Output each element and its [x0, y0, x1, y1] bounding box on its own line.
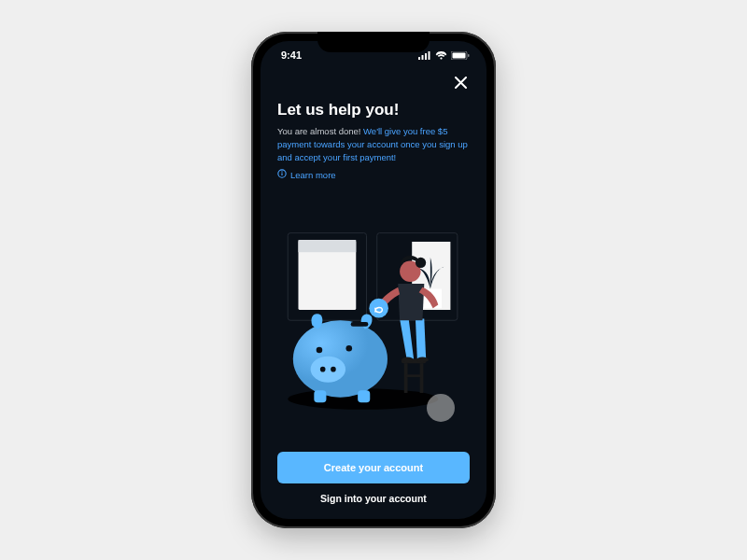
- svg-rect-30: [358, 390, 370, 402]
- svg-rect-20: [406, 375, 422, 378]
- phone-frame: 9:41 Let us he: [251, 32, 496, 528]
- svg-rect-5: [453, 52, 466, 58]
- svg-rect-0: [418, 57, 420, 60]
- close-button[interactable]: [451, 75, 470, 93]
- svg-point-24: [311, 357, 345, 383]
- svg-rect-23: [351, 322, 369, 327]
- svg-rect-12: [298, 240, 356, 252]
- svg-point-27: [317, 347, 323, 354]
- svg-rect-29: [314, 390, 326, 402]
- modal-subtitle: You are almost done! We'll give you free…: [277, 125, 470, 163]
- svg-rect-19: [420, 363, 424, 393]
- svg-point-26: [331, 367, 336, 372]
- modal-title: Let us help you!: [277, 101, 470, 119]
- wifi-icon: [435, 51, 447, 60]
- close-icon: [455, 76, 467, 92]
- svg-point-8: [281, 172, 282, 173]
- svg-point-32: [416, 357, 429, 363]
- svg-rect-1: [422, 55, 424, 60]
- illustration: [277, 193, 470, 446]
- onboarding-modal: Let us help you! You are almost done! We…: [261, 69, 486, 519]
- status-time: 9:41: [281, 49, 302, 61]
- status-indicators: [418, 51, 470, 60]
- svg-point-22: [293, 321, 388, 398]
- cellular-signal-icon: [418, 51, 431, 60]
- svg-point-31: [402, 357, 414, 363]
- create-account-button[interactable]: Create your account: [277, 452, 470, 483]
- learn-more-link[interactable]: Learn more: [277, 169, 470, 180]
- svg-rect-2: [425, 53, 427, 60]
- svg-rect-18: [404, 363, 408, 393]
- subtitle-prefix: You are almost done!: [277, 126, 363, 136]
- screen: 9:41 Let us he: [261, 41, 486, 519]
- svg-point-28: [346, 345, 353, 352]
- svg-rect-9: [281, 173, 282, 175]
- svg-rect-6: [468, 54, 470, 57]
- svg-point-25: [320, 367, 326, 372]
- device-notch: [317, 32, 430, 52]
- sign-in-button[interactable]: Sign into your account: [277, 483, 470, 506]
- battery-icon: [451, 51, 470, 60]
- info-circle-icon: [277, 169, 287, 180]
- svg-point-34: [416, 258, 426, 268]
- svg-rect-3: [429, 51, 430, 60]
- learn-more-label: Learn more: [290, 170, 336, 180]
